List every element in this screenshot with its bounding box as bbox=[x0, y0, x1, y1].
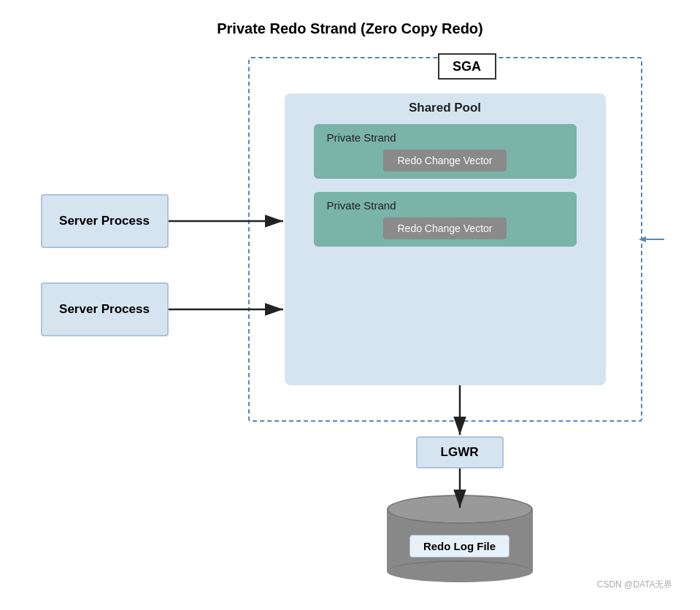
redo-change-vector-2: Redo Change Vector bbox=[383, 217, 507, 239]
redo-log-file-label: Redo Log File bbox=[409, 535, 509, 557]
private-strand-1-label: Private Strand bbox=[324, 131, 396, 144]
private-strand-2: Private Strand Redo Change Vector bbox=[314, 192, 577, 247]
server-process-2: Server Process bbox=[41, 282, 169, 336]
redo-log-label-container: Redo Log File bbox=[387, 495, 533, 582]
watermark: CSDN @DATA无界 bbox=[597, 579, 673, 591]
shared-pool-title: Shared Pool bbox=[409, 101, 481, 115]
private-strand-1: Private Strand Redo Change Vector bbox=[314, 124, 577, 179]
redo-change-vector-1: Redo Change Vector bbox=[383, 150, 507, 171]
lgwr-box: LGWR bbox=[416, 436, 504, 468]
server-process-1: Server Process bbox=[41, 194, 169, 248]
shared-pool: Shared Pool Private Strand Redo Change V… bbox=[285, 93, 606, 385]
private-strand-2-label: Private Strand bbox=[324, 199, 396, 212]
diagram-title: Private Redo Strand (Zero Copy Redo) bbox=[22, 20, 679, 37]
sga-label: SGA bbox=[438, 53, 496, 80]
